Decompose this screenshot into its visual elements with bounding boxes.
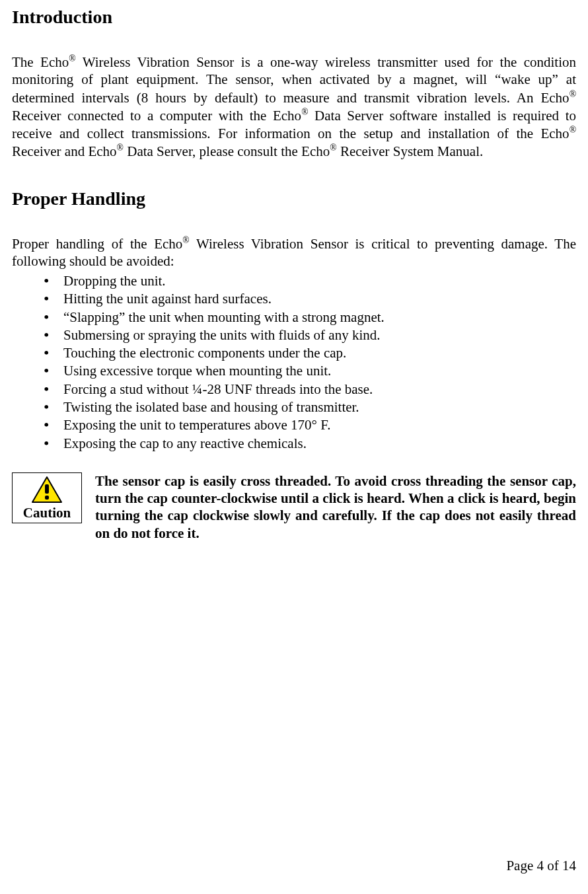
reg-mark-5: ®	[117, 143, 124, 153]
list-item: Hitting the unit against hard surfaces.	[44, 290, 576, 308]
reg-mark-7: ®	[182, 235, 189, 245]
handling-lead-1: Proper handling of the Echo	[12, 236, 182, 252]
caution-label: Caution	[14, 505, 80, 521]
intro-paragraph: The Echo® Wireless Vibration Sensor is a…	[12, 53, 576, 161]
list-item: Submersing or spraying the units with fl…	[44, 326, 576, 344]
reg-mark-1: ®	[69, 54, 75, 63]
list-item: Twisting the isolated base and housing o…	[44, 398, 576, 416]
handling-list: Dropping the unit. Hitting the unit agai…	[12, 272, 576, 453]
intro-text-3: Receiver connected to a computer with th…	[12, 108, 301, 124]
handling-lead: Proper handling of the Echo® Wireless Vi…	[12, 235, 576, 270]
list-item: “Slapping” the unit when mounting with a…	[44, 309, 576, 326]
caution-text: The sensor cap is easily cross threaded.…	[95, 472, 576, 542]
intro-text-2: Wireless Vibration Sensor is a one-way w…	[12, 54, 576, 106]
list-item: Touching the electronic components under…	[44, 344, 576, 362]
warning-icon	[14, 474, 80, 505]
svg-rect-1	[45, 484, 49, 494]
list-item: Exposing the unit to temperatures above …	[44, 416, 576, 434]
page-number: Page 4 of 14	[506, 858, 576, 874]
intro-text-6: Data Server, please consult the Echo	[124, 143, 330, 159]
list-item: Exposing the cap to any reactive chemica…	[44, 435, 576, 453]
svg-rect-2	[45, 496, 49, 500]
reg-mark-3: ®	[301, 107, 308, 117]
caution-block: Caution The sensor cap is easily cross t…	[12, 472, 576, 542]
intro-text-5: Receiver and Echo	[12, 143, 117, 159]
reg-mark-6: ®	[330, 143, 336, 153]
reg-mark-2: ®	[570, 89, 576, 99]
heading-proper-handling: Proper Handling	[12, 188, 576, 209]
intro-text-7: Receiver System Manual.	[337, 143, 484, 159]
list-item: Using excessive torque when mounting the…	[44, 362, 576, 380]
list-item: Dropping the unit.	[44, 272, 576, 290]
heading-introduction: Introduction	[12, 7, 576, 28]
list-item: Forcing a stud without ¼-28 UNF threads …	[44, 381, 576, 398]
intro-text-1: The Echo	[12, 54, 69, 70]
reg-mark-4: ®	[570, 125, 576, 135]
caution-box: Caution	[12, 472, 82, 523]
